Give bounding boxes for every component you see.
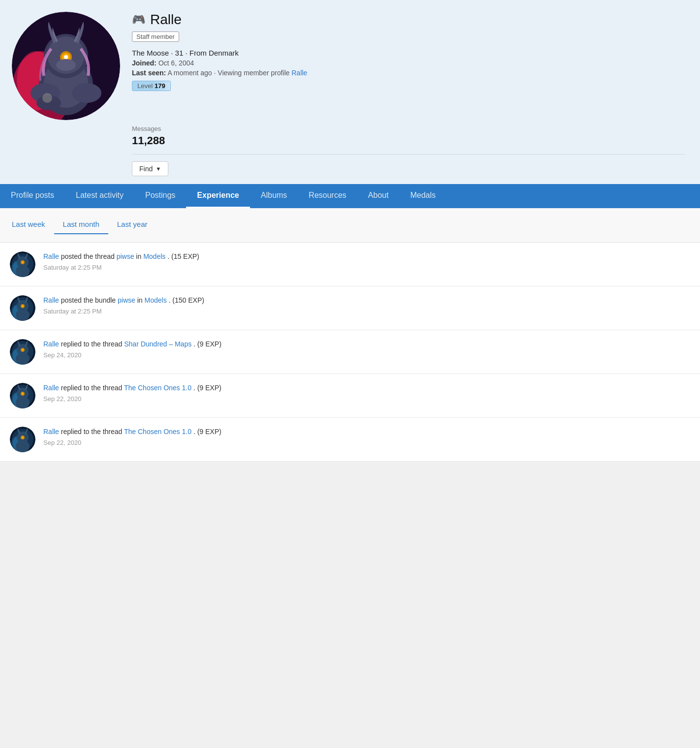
- svg-point-54: [16, 440, 30, 452]
- activity-time-2: Saturday at 2:25 PM: [43, 308, 690, 315]
- activity-user-link[interactable]: Ralle: [43, 252, 59, 260]
- activity-time-3: Sep 24, 2020: [43, 351, 690, 359]
- activity-text-3: Ralle replied to the thread Shar Dundred…: [43, 339, 690, 349]
- activity-thread-link[interactable]: piwse: [117, 252, 134, 260]
- level-bar: Level 179: [132, 81, 171, 91]
- activity-content: Ralle replied to the thread The Chosen O…: [43, 427, 690, 446]
- svg-point-22: [16, 265, 30, 277]
- activity-exp: (9 EXP): [197, 428, 222, 436]
- activity-user-link[interactable]: Ralle: [43, 384, 59, 392]
- activity-exp: (15 EXP): [171, 252, 199, 260]
- activity-time-4: Sep 22, 2020: [43, 395, 690, 403]
- nav-tabs: Profile posts Latest activity Postings E…: [0, 184, 700, 208]
- find-button[interactable]: Find ▼: [132, 161, 168, 176]
- svg-point-29: [22, 305, 24, 307]
- messages-value: 11,288: [132, 134, 685, 147]
- svg-point-9: [64, 55, 68, 59]
- activity-content: Ralle posted the bundle piwse in Models …: [43, 295, 690, 315]
- svg-point-45: [22, 393, 24, 395]
- lastseen-link[interactable]: Ralle: [291, 69, 307, 77]
- time-tab-last-month[interactable]: Last month: [54, 216, 108, 234]
- activity-time-1: Saturday at 2:25 PM: [43, 264, 690, 271]
- tab-about[interactable]: About: [357, 184, 400, 208]
- level-label: Level: [137, 82, 153, 90]
- avatar: [10, 295, 35, 321]
- activity-text-5: Ralle replied to the thread The Chosen O…: [43, 427, 690, 437]
- avatar: [10, 251, 35, 277]
- avatar: [12, 12, 120, 120]
- time-tab-last-year[interactable]: Last year: [108, 216, 157, 234]
- svg-point-21: [22, 261, 24, 263]
- activity-thread-link[interactable]: Shar Dundred – Maps: [124, 340, 191, 348]
- activity-user-link[interactable]: Ralle: [43, 340, 59, 348]
- time-filter: Last week Last month Last year: [0, 208, 700, 243]
- activity-user-link[interactable]: Ralle: [43, 428, 59, 436]
- svg-point-46: [16, 397, 30, 408]
- activity-item: Ralle posted the thread piwse in Models …: [0, 243, 700, 286]
- tab-experience[interactable]: Experience: [186, 184, 250, 208]
- activity-category-link[interactable]: Models: [143, 252, 165, 260]
- avatar: [10, 339, 35, 365]
- joined-value: Oct 6, 2004: [159, 59, 194, 67]
- avatar: [10, 427, 35, 452]
- activity-user-link[interactable]: Ralle: [43, 296, 59, 304]
- svg-point-14: [42, 93, 52, 103]
- messages-label: Messages: [132, 125, 685, 132]
- activity-item: Ralle posted the bundle piwse in Models …: [0, 286, 700, 330]
- svg-point-12: [72, 83, 101, 103]
- activity-exp: (9 EXP): [197, 384, 222, 392]
- tab-latest-activity[interactable]: Latest activity: [65, 184, 134, 208]
- activity-time-5: Sep 22, 2020: [43, 439, 690, 446]
- tab-postings[interactable]: Postings: [134, 184, 186, 208]
- activity-text-4: Ralle replied to the thread The Chosen O…: [43, 383, 690, 393]
- svg-point-10: [56, 59, 76, 71]
- time-tab-last-week[interactable]: Last week: [10, 216, 54, 234]
- messages-section: Messages 11,288: [132, 125, 685, 147]
- svg-point-38: [16, 353, 30, 365]
- profile-header: 🎮 Ralle Staff member The Moose · 31 · Fr…: [0, 0, 700, 184]
- svg-point-53: [22, 436, 24, 438]
- level-value: 179: [155, 82, 165, 90]
- activity-text-2: Ralle posted the bundle piwse in Models …: [43, 295, 690, 306]
- activity-content: Ralle posted the thread piwse in Models …: [43, 251, 690, 271]
- activity-content: Ralle replied to the thread Shar Dundred…: [43, 339, 690, 359]
- tab-profile-posts[interactable]: Profile posts: [0, 184, 65, 208]
- activity-exp: (9 EXP): [197, 340, 222, 348]
- lastseen-label: Last seen:: [132, 69, 166, 77]
- tab-albums[interactable]: Albums: [250, 184, 298, 208]
- activity-content: Ralle replied to the thread The Chosen O…: [43, 383, 690, 403]
- activity-item: Ralle replied to the thread Shar Dundred…: [0, 330, 700, 374]
- activity-thread-link[interactable]: piwse: [118, 296, 135, 304]
- profile-name: Ralle: [150, 12, 182, 28]
- tab-medals[interactable]: Medals: [399, 184, 446, 208]
- activity-category-link[interactable]: Models: [145, 296, 167, 304]
- chevron-down-icon: ▼: [156, 166, 161, 172]
- activity-item: Ralle replied to the thread The Chosen O…: [0, 374, 700, 418]
- staff-badge: Staff member: [132, 31, 179, 42]
- tab-resources[interactable]: Resources: [298, 184, 357, 208]
- activity-thread-link[interactable]: The Chosen Ones 1.0: [124, 428, 191, 436]
- avatar: [10, 383, 35, 408]
- lastseen-text: A moment ago · Viewing member profile: [167, 69, 289, 77]
- activity-exp: (150 EXP): [172, 296, 204, 304]
- activity-item: Ralle replied to the thread The Chosen O…: [0, 418, 700, 462]
- svg-point-37: [22, 349, 24, 351]
- activity-text-1: Ralle posted the thread piwse in Models …: [43, 251, 690, 262]
- profile-icon: 🎮: [132, 13, 145, 26]
- activity-feed: Ralle posted the thread piwse in Models …: [0, 243, 700, 462]
- joined-label: Joined:: [132, 59, 157, 67]
- svg-point-30: [16, 309, 30, 321]
- activity-thread-link[interactable]: The Chosen Ones 1.0: [124, 384, 191, 392]
- profile-info: 🎮 Ralle Staff member The Moose · 31 · Fr…: [132, 12, 685, 99]
- profile-meta: The Moose · 31 · From Denmark: [132, 49, 685, 57]
